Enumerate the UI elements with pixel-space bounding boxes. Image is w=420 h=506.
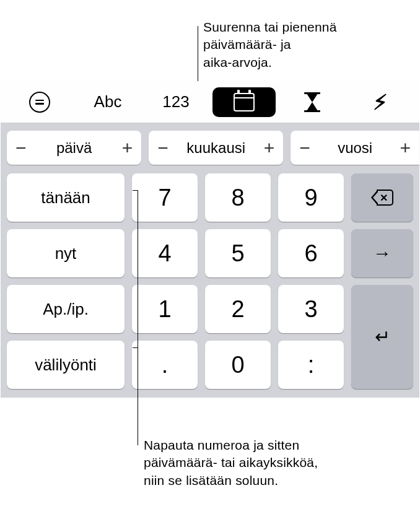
minus-icon: − <box>15 137 27 159</box>
space-label: välilyönti <box>35 356 97 375</box>
day-label: päivä <box>56 139 92 157</box>
keyboard-mode-toolbar: Abc 123 ⚡︎ <box>1 81 419 123</box>
arrow-right-icon: → <box>373 244 392 263</box>
hourglass-icon <box>304 92 320 112</box>
key-0[interactable]: 0 <box>205 341 271 389</box>
key-9[interactable]: 9 <box>278 173 344 222</box>
list-icon <box>29 92 50 113</box>
key-dot[interactable]: . <box>132 341 198 389</box>
key-7[interactable]: 7 <box>132 173 198 222</box>
year-label: vuosi <box>338 139 372 157</box>
key-3[interactable]: 3 <box>278 285 344 333</box>
annotation-bottom-text: Napauta numeroa ja sittenpäivämäärä- tai… <box>144 438 318 487</box>
month-label: kuukausi <box>186 139 245 157</box>
backspace-button[interactable]: ✕ <box>351 173 413 222</box>
number-mode-button[interactable]: 123 <box>144 87 208 117</box>
next-button[interactable]: → <box>351 229 413 277</box>
today-button[interactable]: tänään <box>7 173 125 222</box>
year-stepper[interactable]: − vuosi + <box>291 131 419 165</box>
quick-actions-button[interactable]: ⚡︎ <box>349 87 412 117</box>
annotation-top-text: Suurenna tai pienennäpäivämäärä- jaaika-… <box>203 20 337 69</box>
return-icon: ↵ <box>375 328 390 346</box>
annotation-top: Suurenna tai pienennäpäivämäärä- jaaika-… <box>203 19 337 71</box>
return-button[interactable]: ↵ <box>351 285 413 389</box>
date-unit-row: − päivä + − kuukausi + − vuosi + <box>1 123 419 170</box>
key-1[interactable]: 1 <box>132 285 198 333</box>
ampm-button[interactable]: Ap./ip. <box>7 285 125 333</box>
month-stepper[interactable]: − kuukausi + <box>149 131 283 165</box>
keypad-area: tänään 7 8 9 ✕ nyt 4 5 6 → Ap./ip. 1 2 3… <box>1 170 419 398</box>
plus-icon: + <box>264 137 275 159</box>
minus-icon: − <box>157 137 168 159</box>
forms-mode-button[interactable] <box>8 87 71 117</box>
bolt-icon: ⚡︎ <box>373 92 388 113</box>
keyboard-container: Abc 123 ⚡︎ − päivä <box>1 81 419 398</box>
annotation-bottom: Napauta numeroa ja sittenpäivämäärä- tai… <box>144 437 318 489</box>
now-button[interactable]: nyt <box>7 229 125 277</box>
duration-mode-button[interactable] <box>281 87 344 117</box>
ampm-label: Ap./ip. <box>43 300 89 319</box>
text-mode-button[interactable]: Abc <box>76 87 139 117</box>
space-button[interactable]: välilyönti <box>7 341 125 389</box>
callout-line-bottom <box>138 260 138 445</box>
key-colon[interactable]: : <box>278 341 344 389</box>
text-mode-label: Abc <box>94 92 122 111</box>
key-4[interactable]: 4 <box>132 229 198 277</box>
key-6[interactable]: 6 <box>278 229 344 277</box>
backspace-icon: ✕ <box>371 190 393 206</box>
today-label: tänään <box>41 188 90 207</box>
plus-icon: + <box>122 137 133 159</box>
key-2[interactable]: 2 <box>205 285 271 333</box>
day-stepper[interactable]: − päivä + <box>7 131 141 165</box>
number-mode-label: 123 <box>162 92 189 111</box>
now-label: nyt <box>55 244 77 263</box>
plus-icon: + <box>400 137 411 159</box>
key-8[interactable]: 8 <box>205 173 271 222</box>
calendar-icon <box>234 93 255 111</box>
datetime-mode-button[interactable] <box>212 87 276 117</box>
minus-icon: − <box>299 137 310 159</box>
key-5[interactable]: 5 <box>205 229 271 277</box>
